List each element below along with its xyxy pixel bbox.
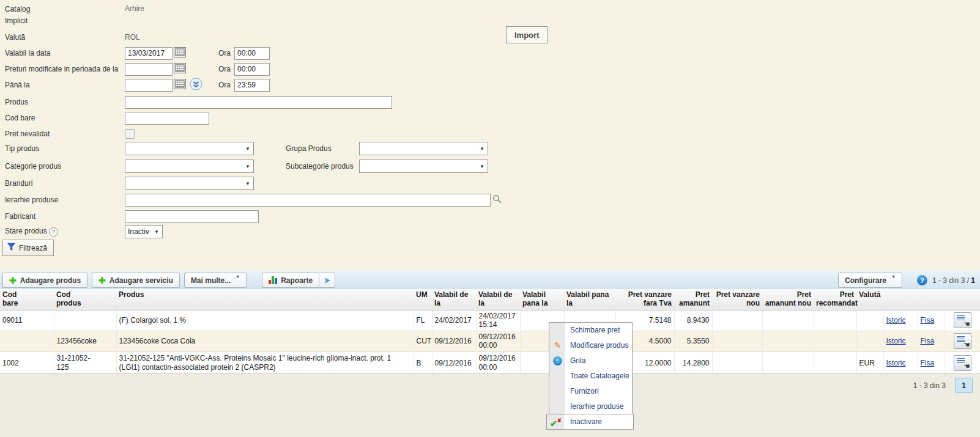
col-header-valabil-de-la-ora[interactable]: Valabil de la: [476, 289, 520, 310]
col-header-cod-bare[interactable]: Cod bare: [0, 289, 54, 310]
ierarhie-produse-row: Ierarhie produse: [0, 193, 502, 207]
cell-um: CUT: [414, 331, 432, 351]
select-row-hand-icon[interactable]: ☚: [954, 312, 971, 328]
filtreaza-button[interactable]: Filtrează: [2, 240, 54, 256]
produs-input[interactable]: [125, 96, 392, 109]
col-header-valuta[interactable]: Valută: [856, 289, 883, 310]
col-header-pret-recomandat[interactable]: Pret recomandat: [814, 289, 856, 310]
chevron-down-icon: ▼: [480, 164, 484, 169]
grupa-produs-select[interactable]: ▼: [359, 142, 488, 155]
col-header-valabil-pana-la[interactable]: Valabil pana la: [520, 289, 564, 310]
col-header-um[interactable]: UM: [414, 289, 432, 310]
cod-bare-input[interactable]: [125, 112, 209, 125]
cell-pret-recomandat: [814, 331, 856, 351]
expand-double-chevron-icon[interactable]: [190, 78, 202, 92]
cod-bare-label: Cod bare: [0, 114, 125, 122]
valabil-date-input[interactable]: [125, 47, 173, 60]
table-row[interactable]: 123456coke 123456coke Coca Cola CUT 09/1…: [0, 331, 980, 351]
perioada-date-input[interactable]: [125, 63, 173, 76]
fisa-link[interactable]: Fisa: [921, 316, 935, 325]
funnel-icon: [7, 243, 15, 253]
valabil-la-data-label: Valabil la data: [0, 49, 125, 57]
pencil-icon: ✎: [551, 338, 564, 353]
fisa-link[interactable]: Fisa: [921, 337, 935, 345]
valabil-time-input[interactable]: [234, 47, 270, 60]
istoric-link[interactable]: Istoric: [886, 359, 906, 367]
tip-produs-select[interactable]: ▼: [125, 142, 254, 155]
cell-valabil-de-la-ora: 09/12/2016 00:00: [476, 331, 520, 351]
produs-label: Produs: [0, 98, 125, 106]
col-header-produs[interactable]: Produs: [116, 289, 414, 310]
perioada-time-input[interactable]: [234, 63, 270, 76]
col-header-pret-amanunt[interactable]: Pret amanunt: [674, 289, 712, 310]
select-row-hand-icon[interactable]: ☚: [954, 355, 971, 371]
mai-multe-button[interactable]: Mai multe... ▼: [184, 273, 247, 288]
col-header-pret-vanzare-fara-tva[interactable]: Pret vanzare fara Tva: [615, 289, 674, 310]
istoric-link[interactable]: Istoric: [886, 337, 906, 345]
menu-item-furnizori[interactable]: Furnizori: [549, 384, 632, 399]
search-icon[interactable]: [492, 194, 502, 205]
menu-item-schimbare-pret[interactable]: Schimbare pret: [549, 323, 632, 338]
ora-label: Ora: [218, 65, 231, 73]
cell-pret-vanzare-nou: [712, 352, 762, 375]
pret-nevalidat-row: Pret nevalidat: [0, 127, 135, 141]
categorie-produs-select[interactable]: ▼: [125, 160, 254, 173]
col-header-cod-produs[interactable]: Cod produs: [54, 289, 116, 310]
menu-item-ierarhie-produse[interactable]: Ierarhie produse: [549, 399, 632, 414]
toolbar: ✚ Adaugare produs ✚ Adaugare serviciu Ma…: [0, 271, 980, 289]
menu-item-toate-cataloagele[interactable]: Toate Cataloagele: [549, 369, 632, 384]
fabricant-row: Fabricant: [0, 210, 259, 223]
subcategorie-produs-select[interactable]: ▼: [359, 160, 488, 173]
menu-item-modificare-produs[interactable]: ✎ Modificare produs: [549, 338, 632, 353]
catalog-label: Catalog Implicit: [0, 4, 125, 27]
cell-valuta: [856, 310, 883, 331]
cell-produs: 123456coke Coca Cola: [116, 331, 414, 351]
col-header-pret-amanunt-nou[interactable]: Pret amanunt nou: [762, 289, 814, 310]
pret-nevalidat-checkbox[interactable]: [125, 129, 135, 139]
page-1-button[interactable]: 1: [955, 378, 973, 393]
branduri-select[interactable]: ▼: [125, 177, 254, 190]
col-header-pret-vanzare-nou[interactable]: Pret vanzare nou: [712, 289, 762, 310]
table-row[interactable]: 09011 (F) Colargol sol. 1 % FL 24/02/201…: [0, 310, 980, 331]
ierarhie-produse-input[interactable]: [125, 194, 491, 207]
bar-chart-icon: [269, 276, 277, 284]
chevron-down-icon: ▼: [891, 274, 896, 279]
col-header-valabil-de-la[interactable]: Valabil de la: [432, 289, 476, 310]
cell-valabil-de-la: 24/02/2017: [432, 310, 476, 331]
fisa-link[interactable]: Fisa: [921, 359, 935, 367]
subcategorie-produs-label: Subcategorie produs: [286, 162, 359, 171]
row-context-menu: Schimbare pret ✎ Modificare produs ≡ Gri…: [549, 322, 633, 415]
cell-cod-bare: 1002: [0, 352, 54, 375]
import-button[interactable]: Import: [506, 26, 548, 43]
pana-date-input[interactable]: [125, 79, 173, 92]
adaugare-serviciu-button[interactable]: ✚ Adaugare serviciu: [92, 273, 180, 288]
calendar-icon[interactable]: [174, 79, 186, 91]
table-row[interactable]: 1002 31-21052-125 31-21052-125 "Anti-VGK…: [0, 352, 980, 375]
record-range-label: 1 - 3 din 3: [913, 381, 946, 390]
stare-produs-select[interactable]: Inactiv▼: [125, 225, 163, 238]
catalog-row: Catalog Implicit Arhire: [0, 4, 144, 17]
calendar-icon[interactable]: [174, 63, 186, 75]
cell-cod-bare: 09011: [0, 310, 54, 331]
run-report-arrow-button[interactable]: ➤: [319, 273, 335, 288]
tip-produs-row: Tip produs ▼ Grupa Produs ▼: [0, 142, 488, 155]
inactivate-check-x-icon: ✔✘: [550, 416, 561, 427]
configurare-button[interactable]: Configurare ▼: [838, 273, 902, 288]
help-question-icon[interactable]: ?: [49, 227, 58, 237]
fabricant-input[interactable]: [125, 210, 259, 223]
menu-item-grila[interactable]: ≡ Grila: [549, 353, 632, 369]
rapoarte-button[interactable]: Rapoarte: [262, 273, 319, 288]
adaugare-produs-button[interactable]: ✚ Adaugare produs: [2, 273, 87, 288]
col-header-actions: [945, 289, 980, 310]
calendar-icon[interactable]: [174, 47, 186, 59]
istoric-link[interactable]: Istoric: [886, 316, 906, 325]
products-table: Cod bare Cod produs Produs UM Valabil de…: [0, 289, 980, 375]
cell-cod-bare: [0, 331, 54, 351]
ierarhie-produse-label: Ierarhie produse: [0, 196, 125, 204]
col-header-valabil-pana-la-ora[interactable]: Valabil pana la: [564, 289, 615, 310]
pana-time-input[interactable]: [234, 79, 270, 92]
select-row-hand-icon[interactable]: ☚: [954, 333, 971, 349]
help-icon[interactable]: ?: [917, 275, 927, 285]
menu-item-inactivare[interactable]: ✔✘ Inactivare: [546, 414, 634, 430]
cell-valabil-de-la-ora: 09/12/2016 00:00: [476, 352, 520, 375]
